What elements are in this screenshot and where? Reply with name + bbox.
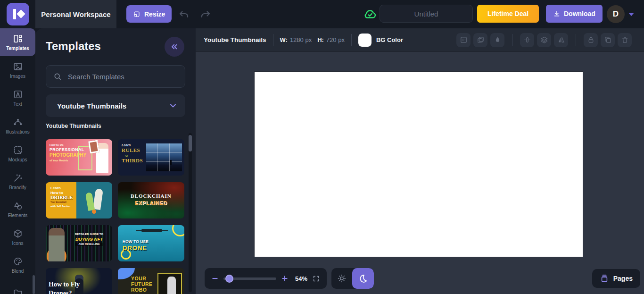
sidebar-item-images[interactable]: Images: [0, 56, 35, 84]
template-thumbnail-how-to-use-drone[interactable]: HOW TO USE DRONE: [118, 225, 184, 261]
redo-button[interactable]: [200, 8, 211, 20]
resize-button[interactable]: Resize: [126, 5, 172, 23]
select-area-button[interactable]: [456, 33, 471, 47]
pages-icon: [600, 274, 609, 283]
sidebar-item-folder[interactable]: [0, 279, 35, 294]
user-avatar[interactable]: D: [607, 5, 625, 23]
bg-color-label: BG Color: [376, 36, 403, 43]
group-button[interactable]: [473, 33, 487, 47]
panel-scrollbar-thumb[interactable]: [189, 135, 192, 151]
template-thumbnail-your-future-robot[interactable]: YOUR FUTURE ROBO: [118, 268, 184, 294]
sidebar-item-illustrations[interactable]: Illustrations: [0, 112, 35, 140]
layers-button[interactable]: [537, 33, 551, 47]
canvas-width: W: 1280 px: [280, 36, 312, 43]
collapse-panel-button[interactable]: [165, 37, 184, 57]
sidebar-label: Elements: [8, 213, 28, 218]
shapes-icon: [13, 201, 23, 211]
group-icon: [477, 36, 485, 44]
bg-color-swatch[interactable]: [358, 34, 372, 47]
copy-icon: [604, 36, 612, 44]
object-tools: [456, 33, 632, 47]
canvas-width-value: 1280 px: [290, 36, 312, 43]
lock-button[interactable]: [584, 33, 598, 47]
dark-mode-button[interactable]: [352, 268, 374, 289]
zoom-slider[interactable]: [223, 277, 276, 280]
zoom-slider-knob[interactable]: [225, 275, 233, 283]
images-icon: [13, 61, 23, 72]
droplet-icon: [494, 36, 502, 44]
fullscreen-icon: [312, 275, 320, 283]
lifetime-deal-label: Lifetime Deal: [487, 10, 528, 17]
template-thumbnail-rules-of-thirds[interactable]: Learn RULES OF THIRDS: [118, 139, 184, 176]
sidebar-label: Blend: [12, 269, 24, 274]
sidebar-label: Icons: [12, 241, 24, 246]
align-button[interactable]: [520, 33, 534, 47]
panel-scrollbar-track[interactable]: [189, 133, 192, 292]
double-chevron-left-icon: [170, 42, 179, 51]
palette-icon: [13, 256, 23, 267]
zoom-out-button[interactable]: [211, 275, 219, 282]
category-dropdown[interactable]: Youtube Thumbnails: [46, 94, 185, 117]
template-thumbnail-blockchain-explained[interactable]: BLOCKCHAIN EXPLAINED: [118, 182, 184, 218]
sidebar-item-text[interactable]: Text: [0, 84, 35, 112]
sidebar-scrollbar[interactable]: [33, 275, 35, 294]
undo-icon: [178, 8, 190, 20]
lock-icon: [587, 36, 595, 44]
undo-button[interactable]: [178, 8, 190, 20]
resize-label: Resize: [144, 10, 165, 18]
lifetime-deal-button[interactable]: Lifetime Deal: [477, 5, 539, 23]
search-input[interactable]: [46, 65, 185, 88]
cube-icon: [13, 228, 23, 239]
delete-button[interactable]: [618, 33, 632, 47]
sidebar-item-elements[interactable]: Elements: [0, 195, 35, 223]
flip-icon: [557, 36, 565, 44]
template-thumbnail-professional-photography[interactable]: How to Do PROFESSIONAL PHOTOGRAPHY of Yo…: [46, 139, 112, 176]
blur-button[interactable]: [490, 33, 504, 47]
workspace-switcher[interactable]: Personal Workspace: [35, 0, 116, 28]
theme-toggle: [331, 268, 374, 289]
resize-icon: [133, 10, 140, 18]
zoom-in-button[interactable]: [281, 275, 289, 282]
layers-icon: [540, 36, 548, 44]
sidebar-item-blend[interactable]: Blend: [0, 251, 35, 279]
sidebar-item-icons[interactable]: Icons: [0, 223, 35, 251]
document-title-input[interactable]: [380, 5, 473, 23]
sidebar-item-brandify[interactable]: Brandify: [0, 168, 35, 195]
plus-icon: [281, 275, 289, 282]
flip-button[interactable]: [554, 33, 568, 47]
mockups-icon: [13, 145, 23, 155]
design-canvas[interactable]: [255, 72, 583, 257]
canvas-height-value: 720 px: [326, 36, 345, 43]
canvas-toolbar: Youtube Thumbnails W: 1280 px H: 720 px …: [196, 28, 644, 52]
templates-panel: Templates Youtube Thumbnails Youtube Thu…: [35, 28, 196, 294]
fit-to-screen-button[interactable]: [312, 275, 320, 283]
logo-icon: [13, 9, 16, 19]
template-thumbnail-how-to-fly-drones[interactable]: How to Fly Drones?: [46, 268, 112, 294]
light-mode-button[interactable]: [331, 268, 352, 289]
sidebar-label: Templates: [6, 46, 29, 51]
pages-button[interactable]: Pages: [592, 269, 640, 288]
app-logo[interactable]: [7, 3, 29, 25]
template-search: [46, 65, 185, 88]
workspace: Youtube Thumbnails W: 1280 px H: 720 px …: [196, 28, 644, 294]
sidebar-label: Images: [10, 74, 25, 79]
select-area-icon: [460, 36, 468, 44]
moon-icon: [358, 274, 368, 283]
template-thumbnail-buying-nft[interactable]: DETAILED GUIDE TO BUYING NFT AND RESELLI…: [46, 225, 112, 261]
sidebar-item-templates[interactable]: Templates: [0, 28, 35, 56]
duplicate-button[interactable]: [601, 33, 615, 47]
templates-icon: [13, 34, 23, 44]
template-thumbnail-learn-dribble[interactable]: Learn How to DRIBBLE Your Basketball wit…: [46, 182, 112, 218]
align-center-icon: [523, 36, 531, 44]
left-sidebar: Templates Images Text Illustrations Mock…: [0, 28, 35, 294]
sidebar-item-mockups[interactable]: Mockups: [0, 140, 35, 168]
category-selected-value: Youtube Thumbnails: [57, 102, 126, 110]
panel-title: Templates: [46, 40, 101, 53]
download-button[interactable]: Download: [546, 5, 603, 23]
sidebar-label: Illustrations: [6, 129, 30, 134]
pages-label: Pages: [613, 275, 633, 282]
template-grid: How to Do PROFESSIONAL PHOTOGRAPHY of Yo…: [46, 139, 184, 294]
app-root: Personal Workspace Resize Lifetime Deal …: [0, 0, 644, 294]
cloud-synced-icon: [363, 7, 377, 21]
account-menu-caret[interactable]: [628, 13, 634, 16]
